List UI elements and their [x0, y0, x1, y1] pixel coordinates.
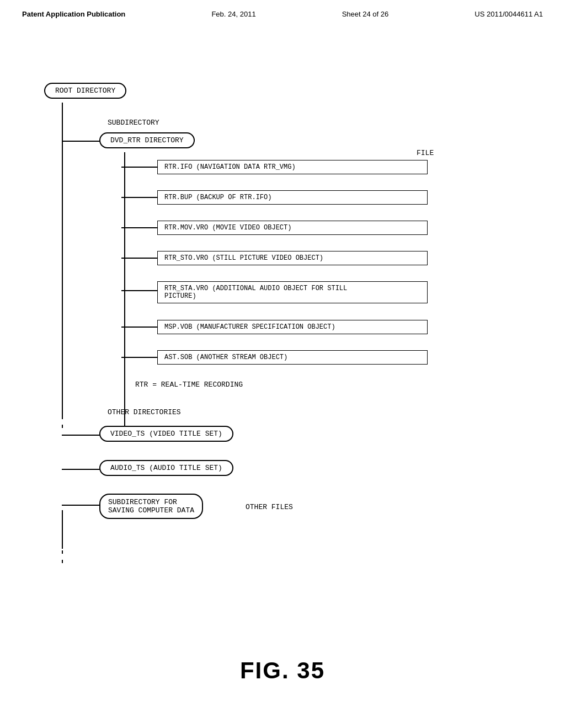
vline-bottom-dash1 [62, 550, 63, 554]
sheet-label: Sheet 24 of 26 [342, 10, 389, 18]
hline-to-audio-ts [62, 469, 102, 470]
subdir-computer-node: SUBDIRECTORY FOR SAVING COMPUTER DATA [99, 494, 203, 519]
vline-bottom-gap1 [62, 556, 63, 559]
file-1-label: RTR.IFO (NAVIGATION DATA RTR_VMG) [164, 163, 296, 171]
root-directory-node: ROOT DIRECTORY [44, 83, 126, 99]
page-header: Patent Application Publication Feb. 24, … [0, 0, 565, 18]
subdirectory-label: SUBDIRECTORY [108, 119, 159, 127]
file-6-label: MSP.VOB (MANUFACTURER SPECIFICATION OBJE… [164, 323, 335, 331]
vline-dash1 [62, 416, 63, 419]
file-row-4: RTR_STO.VRO (STILL PICTURE VIDEO OBJECT) [121, 251, 428, 265]
other-directories-label: OTHER DIRECTORIES [108, 408, 181, 416]
hline-to-dvd-rtr [62, 141, 102, 142]
hline-to-video-ts [62, 435, 102, 436]
file-4-label: RTR_STO.VRO (STILL PICTURE VIDEO OBJECT) [164, 254, 323, 262]
dvd-rtr-directory-node: DVD_RTR DIRECTORY [99, 132, 195, 148]
rtr-note: RTR = REAL-TIME RECORDING [135, 381, 243, 389]
file-row-5: RTR_STA.VRO (ADDITIONAL AUDIO OBJECT FOR… [121, 281, 428, 303]
patent-number-label: US 2011/0044611 A1 [475, 10, 543, 18]
vline-bottom-dash2 [62, 560, 63, 563]
file-row-1: RTR.IFO (NAVIGATION DATA RTR_VMG) [121, 160, 428, 174]
vline-from-root [62, 103, 63, 417]
file-5-line2: PICTURE) [164, 292, 420, 300]
hline-to-subdir-computer [62, 505, 102, 506]
audio-ts-node: AUDIO_TS (AUDIO TITLE SET) [99, 460, 233, 476]
video-ts-node: VIDEO_TS (VIDEO TITLE SET) [99, 426, 233, 442]
file-row-6: MSP.VOB (MANUFACTURER SPECIFICATION OBJE… [121, 320, 428, 334]
file-2-label: RTR.BUP (BACKUP OF RTR.IFO) [164, 194, 271, 201]
file-row-7: AST.SOB (ANOTHER STREAM OBJECT) [121, 350, 428, 365]
file-row-3: RTR.MOV.VRO (MOVIE VIDEO OBJECT) [121, 221, 428, 235]
vline-bottom-1 [62, 510, 63, 549]
vline-gap1 [62, 421, 63, 424]
file-label: FILE [417, 149, 434, 157]
subdir-computer-line2: SAVING COMPUTER DATA [108, 506, 194, 515]
file-row-2: RTR.BUP (BACKUP OF RTR.IFO) [121, 190, 428, 205]
figure-caption: FIG. 35 [240, 657, 325, 684]
subdir-computer-line1: SUBDIRECTORY FOR [108, 498, 194, 506]
vline-dash2 [62, 425, 63, 428]
file-5-line1: RTR_STA.VRO (ADDITIONAL AUDIO OBJECT FOR… [164, 285, 420, 292]
other-files-label: OTHER FILES [246, 503, 293, 511]
file-7-label: AST.SOB (ANOTHER STREAM OBJECT) [164, 354, 287, 361]
file-3-label: RTR.MOV.VRO (MOVIE VIDEO OBJECT) [164, 224, 291, 232]
publication-label: Patent Application Publication [22, 10, 125, 18]
date-label: Feb. 24, 2011 [211, 10, 255, 18]
